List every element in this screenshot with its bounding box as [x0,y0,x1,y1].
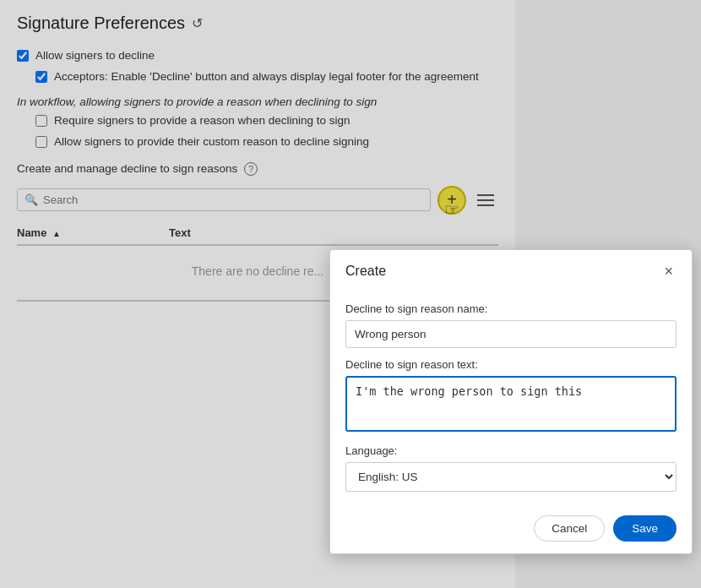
save-button[interactable]: Save [613,515,677,542]
cancel-button[interactable]: Cancel [534,515,605,542]
language-field-label: Language: [345,444,677,457]
dialog-body: Decline to sign reason name: Decline to … [330,289,692,507]
close-dialog-button[interactable]: × [660,262,677,280]
dialog-title: Create [345,264,386,279]
create-dialog: Create × Decline to sign reason name: De… [329,249,693,554]
text-textarea[interactable]: I'm the wrong person to sign this [345,376,677,432]
dialog-header: Create × [330,250,692,289]
name-input[interactable] [345,320,677,348]
dialog-footer: Cancel Save [330,507,692,553]
text-field-label: Decline to sign reason text: [345,358,677,371]
name-field-label: Decline to sign reason name: [345,302,677,315]
modal-overlay: Create × Decline to sign reason name: De… [0,0,701,588]
language-select[interactable]: English: US English: UK French German Sp… [345,462,677,492]
